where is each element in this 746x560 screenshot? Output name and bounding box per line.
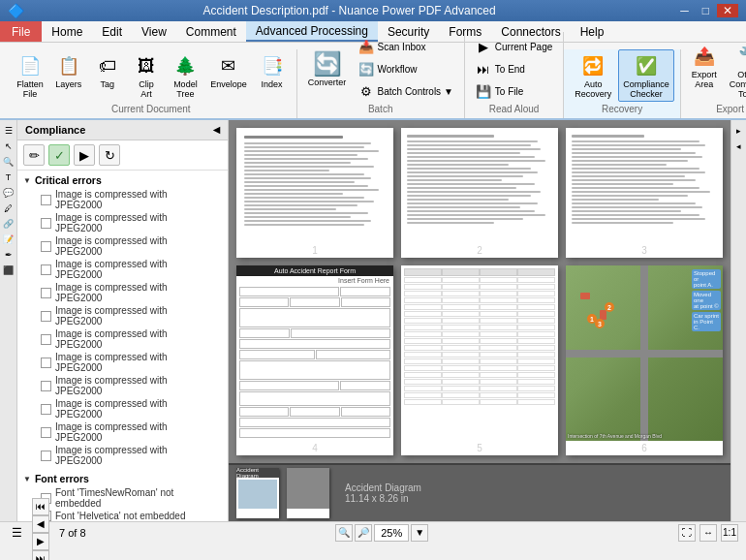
maximize-button[interactable]: □ — [697, 4, 715, 17]
form-tool-button[interactable]: 📝 — [2, 233, 16, 246]
compliance-list[interactable]: ▼ Critical errors Image is compressed wi… — [17, 171, 228, 521]
thumbnail-dimensions: 11.14 x 8.26 in — [345, 493, 723, 504]
first-page-button[interactable]: ⏮ — [32, 498, 49, 515]
compliance-refresh-button[interactable]: ↻ — [99, 144, 120, 166]
converter-button[interactable]: 🔄 Converter — [303, 47, 352, 90]
auto-recovery-label: AutoRecovery — [575, 79, 611, 99]
comp-checkbox[interactable] — [41, 218, 51, 229]
other-converter-tools-button[interactable]: 🔧 Other ConverterTools — [724, 40, 746, 102]
to-file-button[interactable]: 💾 To File — [471, 80, 557, 102]
pdf-page-1[interactable]: 1 — [236, 128, 393, 258]
thumbnail-page-8[interactable] — [287, 468, 329, 518]
comment-tool-button[interactable]: 💬 — [2, 186, 16, 200]
right-tool-1[interactable]: ▸ — [732, 124, 746, 138]
pdf-page-6[interactable]: Stopped or point A. Moved one at point ©… — [566, 265, 723, 455]
close-button[interactable]: ✕ — [717, 4, 738, 17]
comp-checkbox[interactable] — [41, 241, 51, 252]
layers-icon: 📋 — [55, 52, 82, 79]
clip-art-button[interactable]: 🖼 Clip Art — [128, 49, 166, 102]
comp-checkbox[interactable] — [41, 288, 51, 298]
pdf-page-5[interactable]: 5 — [401, 265, 558, 455]
pdf-page-6-content: Stopped or point A. Moved one at point ©… — [566, 265, 723, 441]
ribbon-group-recovery: 🔁 AutoRecovery ✅ ComplianceChecker Recov… — [564, 49, 681, 118]
select-tool-button[interactable]: ↖ — [2, 140, 16, 153]
redact-tool-button[interactable]: ⬛ — [2, 264, 16, 277]
touchup-tool-button[interactable]: ✒ — [2, 248, 16, 262]
compliance-check-button[interactable]: ✓ — [48, 144, 70, 166]
help-menu-item[interactable]: Help — [571, 21, 614, 42]
comp-checkbox[interactable] — [41, 451, 51, 461]
tag-button[interactable]: 🏷 Tag — [89, 49, 126, 92]
critical-expand-icon[interactable]: ▼ — [23, 176, 31, 185]
edit-menu-item[interactable]: Edit — [92, 21, 132, 42]
read-aloud-label: Read Aloud — [489, 102, 540, 114]
thumbnail-page-7[interactable]: Accident Diagram — [236, 468, 279, 518]
page-number-6: 6 — [639, 441, 649, 455]
form-subheader: Insert Form Here — [236, 276, 393, 285]
link-tool-button[interactable]: 🔗 — [2, 217, 16, 231]
last-page-button[interactable]: ⏭ — [32, 550, 49, 561]
list-item: Image is compressed with JPEG2000 — [23, 304, 222, 327]
collapse-compliance-button[interactable]: ◀ — [213, 125, 220, 135]
statusbar-pages: ⏮ ◀ ▶ ⏭ — [32, 498, 49, 561]
compliance-pencil-button[interactable]: ✏ — [23, 144, 45, 166]
stamp-tool-button[interactable]: 🖊 — [2, 202, 16, 215]
actual-size-button[interactable]: 1:1 — [721, 524, 738, 542]
main-area: ☰ ↖ 🔍 T 💬 🖊 🔗 📝 ✒ ⬛ Compliance ◀ ✏ ✓ ▶ ↻… — [0, 120, 746, 521]
pdf-page-2[interactable]: 2 — [401, 128, 558, 258]
comp-checkbox[interactable] — [41, 311, 51, 322]
zoom-in-button[interactable]: 🔍 — [335, 524, 353, 542]
zoom-input[interactable] — [374, 524, 409, 542]
pdf-page-4[interactable]: Auto Accident Report Form Insert Form He… — [236, 265, 393, 455]
view-menu-item[interactable]: View — [132, 21, 176, 42]
comp-checkbox[interactable] — [41, 264, 51, 275]
text-tool-button[interactable]: T — [2, 171, 16, 184]
layers-button[interactable]: 📋 Layers — [50, 49, 87, 92]
pdf-page-3[interactable]: 3 — [566, 128, 723, 258]
minimize-button[interactable]: ─ — [674, 4, 695, 17]
right-tool-2[interactable]: ◂ — [732, 140, 746, 153]
comment-menu-item[interactable]: Comment — [176, 21, 246, 42]
flatten-file-button[interactable]: 📄 FlattenFile — [12, 49, 48, 102]
comp-checkbox[interactable] — [41, 358, 51, 368]
auto-recovery-button[interactable]: 🔁 AutoRecovery — [570, 49, 616, 102]
ribbon-group-read-aloud: ▶ Current Page ⏭ To End 💾 To File Read A… — [465, 32, 564, 118]
envelope-button[interactable]: ✉ Envelope — [205, 49, 251, 92]
export-area-button[interactable]: 📤 ExportArea — [687, 40, 722, 92]
hand-tool-button[interactable]: ☰ — [2, 124, 16, 138]
fit-width-button[interactable]: ↔ — [699, 524, 717, 542]
fit-page-button[interactable]: ⛶ — [678, 524, 696, 542]
home-menu-item[interactable]: Home — [42, 21, 92, 42]
model-tree-button[interactable]: 🌲 ModelTree — [167, 49, 203, 102]
comp-checkbox[interactable] — [41, 381, 51, 391]
tag-icon: 🏷 — [94, 52, 121, 79]
vertical-road — [640, 265, 648, 441]
index-button[interactable]: 📑 Index — [254, 49, 291, 92]
zoom-out-button[interactable]: 🔎 — [355, 524, 372, 542]
compliance-arrow-button[interactable]: ▶ — [74, 144, 95, 166]
batch-controls-label: Batch Controls ▼ — [378, 86, 453, 97]
list-item: Image is compressed with JPEG2000 — [23, 281, 222, 304]
next-page-button[interactable]: ▶ — [32, 533, 49, 550]
form-header: Auto Accident Report Form — [236, 265, 393, 276]
to-end-button[interactable]: ⏭ To End — [471, 58, 557, 79]
zoom-tool-button[interactable]: 🔍 — [2, 155, 16, 169]
ribbon-group-batch: 🔄 Converter 📥 Scan Inbox 🔄 Workflow ⚙ Ba… — [297, 36, 465, 118]
prev-page-button[interactable]: ◀ — [32, 515, 49, 533]
batch-controls-button[interactable]: ⚙ Batch Controls ▼ — [354, 80, 458, 102]
app-title: Accident Description.pdf - Nuance Power … — [24, 4, 674, 17]
comp-checkbox[interactable] — [41, 427, 51, 438]
marker-3: 3 — [595, 319, 605, 328]
zoom-dropdown-button[interactable]: ▼ — [411, 524, 428, 542]
sidebar-toggle-button[interactable]: ☰ — [8, 524, 26, 542]
file-menu-item[interactable]: File — [0, 21, 42, 42]
workflow-button[interactable]: 🔄 Workflow — [354, 58, 458, 79]
scan-inbox-button[interactable]: 📥 Scan Inbox — [354, 36, 458, 57]
accident-diagram-label: Accident Diagram — [236, 468, 279, 479]
comp-checkbox[interactable] — [41, 404, 51, 415]
compliance-checker-button[interactable]: ✅ ComplianceChecker — [618, 49, 674, 102]
font-expand-icon[interactable]: ▼ — [23, 475, 31, 483]
comp-checkbox[interactable] — [41, 195, 51, 205]
comp-checkbox[interactable] — [41, 334, 51, 345]
current-page-button[interactable]: ▶ Current Page — [471, 36, 557, 57]
